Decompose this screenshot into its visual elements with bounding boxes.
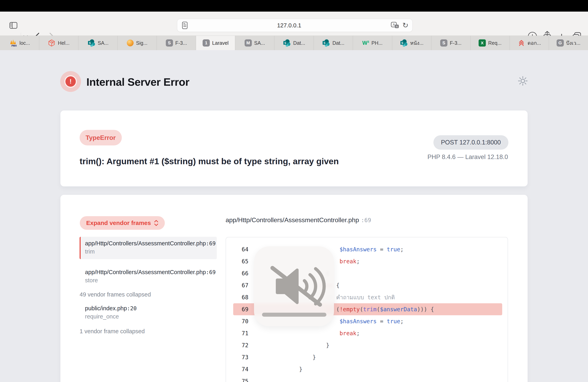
phpmyadmin-icon: PMA xyxy=(9,39,17,47)
line-number: 66 xyxy=(233,270,248,277)
tab-label: ดอก... xyxy=(528,39,541,47)
svg-text:S: S xyxy=(284,41,286,45)
url-bar[interactable]: 127.0.0.1 Aข ↻ xyxy=(177,19,413,32)
tab-label: loc... xyxy=(20,40,30,46)
line-number: 75 xyxy=(233,378,248,382)
volume-muted-hud xyxy=(254,246,334,326)
letter-M-icon: M xyxy=(245,39,252,47)
line-number: 65 xyxy=(233,258,248,265)
tab-11[interactable]: SF-3... xyxy=(431,36,471,50)
line-number: 67 xyxy=(233,282,248,289)
tab-label: Dat... xyxy=(332,40,344,46)
line-number: 71 xyxy=(233,330,248,337)
tab-label: Req... xyxy=(488,40,502,46)
tab-0[interactable]: PMAloc... xyxy=(0,36,39,50)
menu-bar xyxy=(0,0,588,12)
stack-frame[interactable]: public/index.php:20require_once xyxy=(80,302,217,325)
expand-vendor-frames-label: Expand vendor frames xyxy=(86,220,151,226)
open-file-path: app/Http/Controllers/AssessmentControlle… xyxy=(226,216,359,224)
reader-icon[interactable] xyxy=(182,21,188,29)
sidebar-toggle-button[interactable] xyxy=(9,21,18,29)
tab-12[interactable]: XReq... xyxy=(471,36,510,50)
tab-label: PH... xyxy=(371,40,383,46)
line-number: 74 xyxy=(233,366,248,373)
letter-1-icon: 1 xyxy=(203,39,210,47)
tab-label: F-3... xyxy=(175,40,187,46)
tab-14[interactable]: Gบึงเว... xyxy=(549,36,588,50)
tab-label: หนัง... xyxy=(410,39,424,47)
sharepoint-icon: S xyxy=(400,39,408,47)
tab-label: Sig... xyxy=(136,40,147,46)
open-file-header: app/Http/Controllers/AssessmentControlle… xyxy=(226,216,371,224)
tab-7[interactable]: SDat... xyxy=(274,36,314,50)
code-line-75: 75 xyxy=(233,375,502,382)
volume-level-bar xyxy=(262,313,326,317)
frame-method: require_once xyxy=(85,313,217,320)
tab-label: SA... xyxy=(98,40,109,46)
expand-vendor-frames-button[interactable]: Expand vendor frames xyxy=(80,216,165,230)
svg-text:PMA: PMA xyxy=(11,44,17,47)
frame-method: store xyxy=(85,277,217,283)
sharepoint-icon: S xyxy=(322,39,330,47)
theme-toggle-sun-icon[interactable] xyxy=(517,75,528,87)
letter-S-icon: S xyxy=(166,39,173,47)
line-source: } xyxy=(286,366,302,373)
tab-label: SA... xyxy=(254,40,265,46)
reload-icon[interactable]: ↻ xyxy=(402,21,408,30)
sharepoint-icon: S xyxy=(87,39,95,47)
svg-text:S: S xyxy=(324,41,325,45)
tab-5-active[interactable]: 1Laravel xyxy=(196,36,235,50)
frame-file: app/Http/Controllers/AssessmentControlle… xyxy=(85,269,217,275)
tab-strip: PMAloc...Hel...SSA...Sig...SF-3...1Larav… xyxy=(0,36,588,50)
line-number: 72 xyxy=(233,342,248,349)
tab-9[interactable]: W3PH... xyxy=(353,36,392,50)
line-number: 70 xyxy=(233,318,248,325)
svg-text:S: S xyxy=(401,41,403,45)
tab-6[interactable]: MSA... xyxy=(235,36,274,50)
translate-icon[interactable]: Aข xyxy=(391,22,399,29)
frame-file: public/index.php:20 xyxy=(85,305,217,311)
sharepoint-icon: S xyxy=(283,39,291,47)
svg-text:S: S xyxy=(89,41,91,45)
line-number: 69 xyxy=(233,306,248,313)
excel-icon: X xyxy=(479,39,486,47)
browser-toolbar: 127.0.0.1 Aข ↻ + xyxy=(0,12,588,36)
request-method-badge: POST 127.0.0.1:8000 xyxy=(433,135,508,150)
tab-10[interactable]: Sหนัง... xyxy=(392,36,431,50)
svg-text:A: A xyxy=(393,23,395,26)
speaker-muted-icon xyxy=(273,268,324,305)
tab-3[interactable]: Sig... xyxy=(118,36,157,50)
tab-13[interactable]: ดอก... xyxy=(510,36,549,50)
stack-frame-active[interactable]: app/Http/Controllers/AssessmentControlle… xyxy=(80,237,217,259)
exclamation-icon: ! xyxy=(65,76,76,87)
tab-1[interactable]: Hel... xyxy=(39,36,78,50)
open-file-line: :69 xyxy=(361,217,371,224)
stack-frame[interactable]: app/Http/Controllers/AssessmentControlle… xyxy=(80,266,217,288)
url-text[interactable]: 127.0.0.1 xyxy=(188,22,391,29)
line-number: 73 xyxy=(233,354,248,361)
collapsed-vendor-frames[interactable]: 1 vendor frame collapsed xyxy=(80,327,217,335)
error-message: trim(): Argument #1 ($string) must be of… xyxy=(80,156,339,166)
tab-4[interactable]: SF-3... xyxy=(157,36,196,50)
line-number: 64 xyxy=(233,246,248,253)
tab-label: Hel... xyxy=(58,40,69,46)
php-laravel-versions: PHP 8.4.6 — Laravel 12.18.0 xyxy=(427,153,508,161)
exception-type-badge: TypeError xyxy=(80,130,122,145)
line-number: 68 xyxy=(233,294,248,301)
code-line-71: 71 break; xyxy=(233,327,502,339)
sphere-icon xyxy=(127,39,134,46)
tab-label: Laravel xyxy=(212,40,229,46)
line-source: } xyxy=(286,342,329,349)
frame-file: app/Http/Controllers/AssessmentControlle… xyxy=(85,240,217,247)
tab-2[interactable]: SSA... xyxy=(78,36,118,50)
tab-label: F-3... xyxy=(450,40,462,46)
w3schools-icon: W3 xyxy=(362,40,369,46)
chevron-up-down-icon xyxy=(154,220,158,226)
chevrons-icon xyxy=(518,39,525,47)
collapsed-vendor-frames[interactable]: 49 vendor frames collapsed xyxy=(80,290,217,299)
code-line-73: 73 } xyxy=(233,351,502,363)
tab-8[interactable]: SDat... xyxy=(314,36,353,50)
line-source: break; xyxy=(286,330,360,337)
code-line-72: 72 } xyxy=(233,339,502,351)
code-line-74: 74 } xyxy=(233,363,502,375)
